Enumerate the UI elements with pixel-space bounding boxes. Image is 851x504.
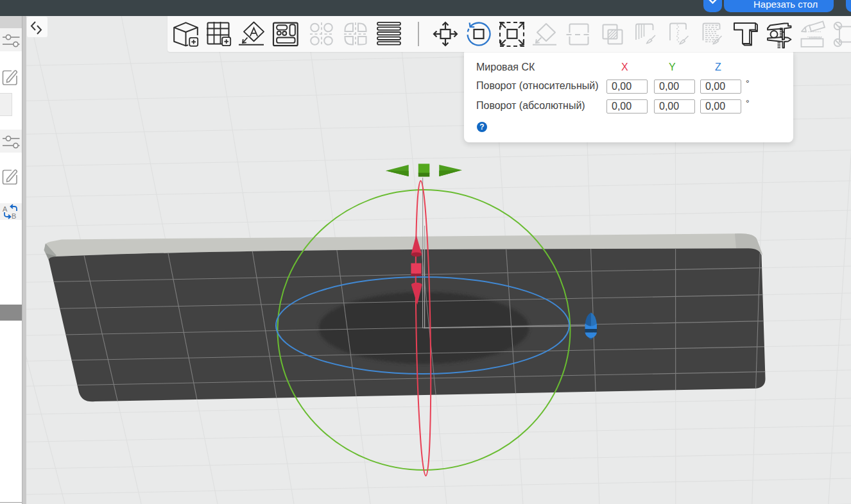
svg-text:B: B	[12, 212, 16, 220]
svg-text:A: A	[3, 205, 8, 213]
